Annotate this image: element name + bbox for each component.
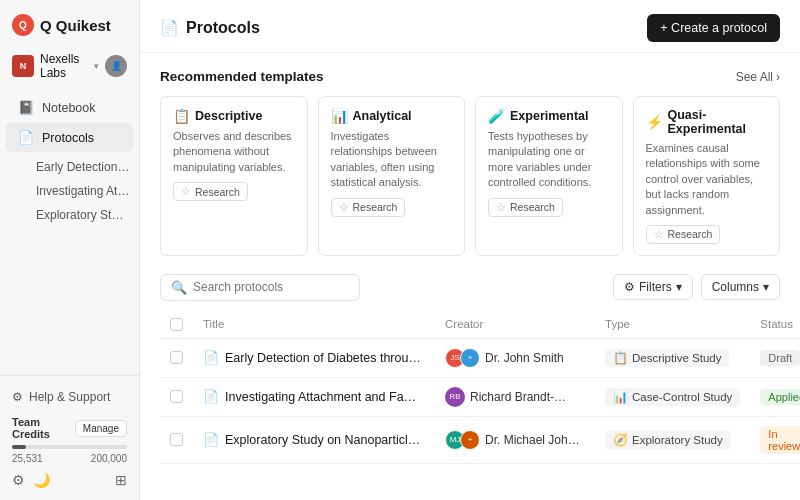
status-badge-2: In review (760, 426, 800, 454)
template-icon-analytical: 📊 (331, 108, 348, 124)
template-label-quasi: Quasi-Experimental (668, 108, 768, 136)
create-protocol-button[interactable]: + Create a protocol (647, 14, 780, 42)
badge-label-analytical: Research (353, 201, 398, 213)
user-avatar: 👤 (105, 55, 127, 77)
template-icon-descriptive: 📋 (173, 108, 190, 124)
th-creator-label: Creator (445, 318, 483, 330)
logo-icon: Q (12, 14, 34, 36)
th-status: Status (750, 311, 800, 339)
template-badge-experimental[interactable]: ☆ Research (488, 198, 563, 217)
template-card-experimental[interactable]: 🧪 Experimental Tests hypotheses by manip… (475, 96, 623, 256)
filter-label: Filters (639, 280, 672, 294)
credits-numbers: 25,531 200,000 (12, 453, 127, 464)
org-name: Nexells Labs (40, 52, 88, 80)
search-box[interactable]: 🔍 (160, 274, 360, 301)
sidebar-item-protocols[interactable]: 📄 Protocols (6, 123, 133, 152)
notebook-icon: 📓 (18, 100, 34, 115)
title-text-2: Exploratory Study on Nanoparticle-Mediat… (225, 433, 425, 447)
select-all-checkbox[interactable] (170, 318, 183, 331)
org-initials: N (20, 61, 27, 71)
settings-icon[interactable]: ⚙ (12, 472, 25, 488)
template-desc-analytical: Investigates relationships between varia… (331, 129, 453, 191)
row-type-0: 📋 Descriptive Study (595, 338, 750, 377)
moon-icon[interactable]: 🌙 (33, 472, 50, 488)
manage-credits-button[interactable]: Manage (75, 420, 127, 437)
template-badge-analytical[interactable]: ☆ Research (331, 198, 406, 217)
credits-title: Team Credits (12, 416, 75, 440)
type-text-1: Case-Control Study (632, 391, 732, 403)
sub-item-0[interactable]: Early Detection of Diabetes thro... (28, 155, 138, 179)
sidebar-item-label-protocols: Protocols (42, 131, 94, 145)
columns-label: Columns (712, 280, 759, 294)
template-icon-experimental: 🧪 (488, 108, 505, 124)
row-check-0[interactable] (170, 351, 183, 364)
search-input[interactable] (193, 280, 349, 294)
templates-title: Recommended templates (160, 69, 324, 84)
protocols-sub-nav: Early Detection of Diabetes thro... Inve… (0, 153, 139, 229)
layout-icon[interactable]: ⊞ (115, 472, 127, 488)
sub-item-2[interactable]: Exploratory Study on Nanopart... (28, 203, 138, 227)
avatar-0b: + (460, 348, 480, 368)
page-header: 📄 Protocols + Create a protocol (140, 0, 800, 53)
template-card-quasi[interactable]: ⚡ Quasi-Experimental Examines causal rel… (633, 96, 781, 256)
templates-header: Recommended templates See All › (160, 69, 780, 84)
title-text-0: Early Detection of Diabetes through Biom… (225, 351, 425, 365)
template-desc-descriptive: Observes and describes phenomena without… (173, 129, 295, 175)
credits-used: 25,531 (12, 453, 43, 464)
row-checkbox-0[interactable] (160, 338, 193, 377)
template-desc-quasi: Examines causal relationships with some … (646, 141, 768, 218)
org-avatar: N (12, 55, 34, 77)
see-all-label: See All (736, 70, 773, 84)
type-badge-0: 📋 Descriptive Study (605, 349, 729, 367)
type-icon-1: 📊 (613, 390, 628, 404)
table-row: 📄 Early Detection of Diabetes through Bi… (160, 338, 800, 377)
row-checkbox-1[interactable] (160, 377, 193, 416)
template-badge-descriptive[interactable]: ☆ Research (173, 182, 248, 201)
star-icon-2: ☆ (339, 201, 349, 214)
row-creator-0: JS + Dr. John Smith (435, 338, 595, 377)
filters-button[interactable]: ⚙ Filters ▾ (613, 274, 693, 300)
templates-grid: 📋 Descriptive Observes and describes phe… (160, 96, 780, 256)
sidebar-item-notebook[interactable]: 📓 Notebook (6, 93, 133, 122)
credits-fill (12, 445, 26, 449)
row-check-1[interactable] (170, 390, 183, 403)
template-title-quasi: ⚡ Quasi-Experimental (646, 108, 768, 136)
badge-label-descriptive: Research (195, 186, 240, 198)
type-icon-2: 🧭 (613, 433, 628, 447)
row-check-2[interactable] (170, 433, 183, 446)
template-card-descriptive[interactable]: 📋 Descriptive Observes and describes phe… (160, 96, 308, 256)
page-title-text: Protocols (186, 19, 260, 37)
creator-name-0: Dr. John Smith (485, 351, 564, 365)
see-all-button[interactable]: See All › (736, 70, 780, 84)
th-type: Type (595, 311, 750, 339)
th-creator: Creator (435, 311, 595, 339)
creator-name-1: Richard Brandt-Kre... (470, 390, 570, 404)
avatars-stack-2: MJ + (445, 430, 480, 450)
avatars-stack-0: JS + (445, 348, 480, 368)
badge-label-quasi: Research (668, 228, 713, 240)
status-badge-0: Draft (760, 350, 800, 366)
sub-item-1[interactable]: Investigating Attachment and F... (28, 179, 138, 203)
help-icon: ⚙ (12, 390, 23, 404)
row-status-1: Applied (750, 377, 800, 416)
th-type-label: Type (605, 318, 630, 330)
help-support-link[interactable]: ⚙ Help & Support (12, 386, 127, 408)
table-row: 📄 Exploratory Study on Nanoparticle-Medi… (160, 416, 800, 463)
doc-icon-0: 📄 (203, 350, 219, 365)
type-badge-2: 🧭 Exploratory Study (605, 431, 731, 449)
table-header-row: Title Creator Type Status Created (160, 311, 800, 339)
title-text-1: Investigating Attachment and Family Rela… (225, 390, 425, 404)
row-checkbox-2[interactable] (160, 416, 193, 463)
template-badge-quasi[interactable]: ☆ Research (646, 225, 721, 244)
template-label-descriptive: Descriptive (195, 109, 262, 123)
sidebar-nav: 📓 Notebook 📄 Protocols Early Detection o… (0, 86, 139, 235)
avatar-2b: + (460, 430, 480, 450)
row-title-0: 📄 Early Detection of Diabetes through Bi… (193, 338, 435, 377)
columns-button[interactable]: Columns ▾ (701, 274, 780, 300)
template-card-analytical[interactable]: 📊 Analytical Investigates relationships … (318, 96, 466, 256)
org-selector[interactable]: N Nexells Labs ▾ 👤 (0, 46, 139, 86)
doc-icon-1: 📄 (203, 389, 219, 404)
sidebar-item-label-notebook: Notebook (42, 101, 96, 115)
creator-name-2: Dr. Michael Johnson (485, 433, 585, 447)
chevron-right-icon: › (776, 70, 780, 84)
